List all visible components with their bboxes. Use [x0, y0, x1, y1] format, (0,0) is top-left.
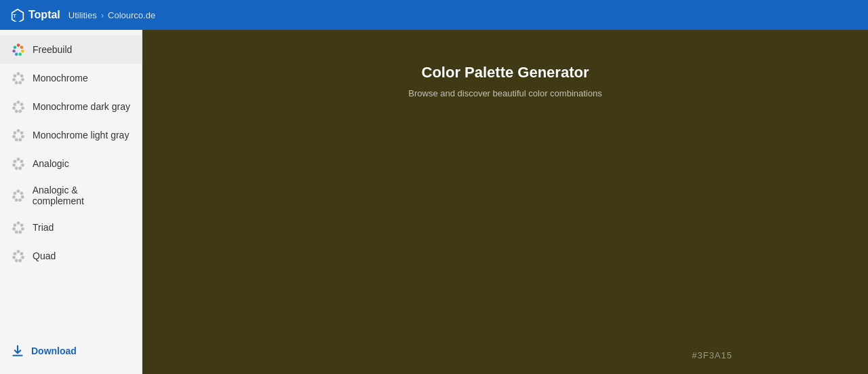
svg-point-13 — [15, 81, 18, 85]
svg-point-31 — [20, 160, 24, 164]
monochrome-dark-icon — [11, 99, 26, 114]
svg-point-24 — [20, 132, 24, 135]
svg-point-12 — [18, 81, 22, 85]
svg-point-9 — [17, 72, 20, 75]
svg-point-30 — [17, 157, 20, 161]
toptal-logo-icon: T — [11, 8, 24, 22]
monochrome-icon — [11, 71, 26, 86]
svg-point-40 — [18, 199, 22, 202]
svg-point-19 — [18, 110, 22, 113]
svg-point-54 — [18, 259, 22, 263]
analogic-complement-icon — [11, 188, 26, 203]
svg-point-35 — [12, 164, 16, 167]
header: T Toptal Utilities › Colourco.de — [0, 0, 868, 30]
sidebar-item-analogic-complement-label: Analogic & complement — [33, 185, 131, 206]
breadcrumb-separator: › — [101, 10, 104, 20]
svg-point-6 — [15, 53, 18, 56]
svg-text:T: T — [13, 13, 16, 19]
main-layout: Freebuild Monochrome — [0, 30, 868, 374]
color-code: #3F3A15 — [692, 350, 732, 360]
svg-point-15 — [14, 75, 17, 78]
svg-point-32 — [21, 164, 24, 167]
svg-point-34 — [15, 167, 18, 170]
sidebar-item-monochrome-dark-label: Monochrome dark gray — [33, 101, 130, 112]
svg-point-37 — [17, 189, 20, 193]
svg-point-18 — [21, 107, 24, 110]
sidebar-item-monochrome-label: Monochrome — [33, 73, 88, 83]
svg-point-22 — [14, 103, 17, 107]
toptal-logo[interactable]: T Toptal — [11, 8, 60, 22]
svg-point-48 — [15, 231, 18, 234]
svg-point-25 — [21, 135, 24, 138]
sidebar-item-freebuild-label: Freebuild — [33, 44, 72, 55]
breadcrumb-colourcode: Colourco.de — [108, 10, 155, 20]
svg-point-10 — [20, 75, 24, 78]
sidebar-item-triad-label: Triad — [33, 222, 54, 233]
monochrome-light-icon — [11, 128, 26, 143]
sidebar: Freebuild Monochrome — [0, 30, 142, 374]
svg-point-56 — [12, 256, 16, 259]
svg-point-26 — [18, 138, 22, 142]
toptal-logo-text: Toptal — [28, 9, 60, 21]
sidebar-item-triad[interactable]: Triad — [0, 213, 142, 242]
download-label: Download — [31, 345, 77, 356]
svg-point-47 — [18, 231, 22, 234]
svg-point-46 — [21, 227, 24, 231]
svg-point-29 — [14, 132, 17, 135]
sidebar-item-quad[interactable]: Quad — [0, 242, 142, 270]
breadcrumb-utilities[interactable]: Utilities — [68, 10, 97, 20]
sidebar-item-freebuild[interactable]: Freebuild — [0, 35, 142, 64]
svg-point-3 — [20, 46, 24, 50]
sidebar-item-monochrome[interactable]: Monochrome — [0, 64, 142, 92]
svg-point-42 — [12, 195, 16, 199]
sidebar-item-monochrome-light[interactable]: Monochrome light gray — [0, 121, 142, 149]
quad-icon — [11, 248, 26, 263]
svg-point-2 — [17, 43, 20, 47]
svg-point-14 — [12, 78, 16, 81]
page-subtitle: Browse and discover beautiful color comb… — [408, 88, 601, 98]
svg-point-55 — [15, 259, 18, 263]
svg-point-41 — [15, 199, 18, 202]
svg-point-28 — [12, 135, 16, 138]
svg-point-11 — [21, 78, 24, 81]
svg-point-52 — [20, 253, 24, 256]
svg-point-50 — [14, 224, 17, 227]
svg-point-49 — [12, 227, 16, 231]
svg-point-21 — [12, 107, 16, 110]
svg-point-17 — [20, 103, 24, 107]
freebuild-icon — [11, 42, 26, 57]
sidebar-item-analogic-complement[interactable]: Analogic & complement — [0, 178, 142, 213]
svg-point-44 — [17, 221, 20, 225]
svg-point-43 — [14, 192, 17, 195]
sidebar-item-quad-label: Quad — [33, 250, 56, 261]
svg-point-8 — [14, 46, 17, 50]
sidebar-item-analogic-label: Analogic — [33, 158, 69, 169]
svg-point-45 — [20, 224, 24, 227]
svg-point-57 — [14, 253, 17, 256]
svg-point-53 — [21, 256, 24, 259]
sidebar-item-monochrome-light-label: Monochrome light gray — [33, 130, 129, 141]
svg-point-7 — [12, 50, 16, 53]
svg-point-23 — [17, 129, 20, 132]
svg-point-36 — [14, 160, 17, 164]
svg-point-16 — [17, 100, 20, 104]
svg-point-51 — [17, 250, 20, 253]
analogic-icon — [11, 156, 26, 171]
content-area: Color Palette Generator Browse and disco… — [142, 30, 868, 374]
svg-point-20 — [15, 110, 18, 113]
svg-point-39 — [21, 195, 24, 199]
sidebar-item-monochrome-dark[interactable]: Monochrome dark gray — [0, 92, 142, 121]
breadcrumb: Utilities › Colourco.de — [68, 10, 155, 20]
svg-point-33 — [18, 167, 22, 170]
download-icon — [11, 344, 24, 358]
sidebar-item-analogic[interactable]: Analogic — [0, 149, 142, 178]
svg-point-5 — [18, 53, 22, 56]
svg-point-38 — [20, 192, 24, 195]
page-title: Color Palette Generator — [422, 64, 589, 81]
triad-icon — [11, 220, 26, 235]
svg-point-27 — [15, 138, 18, 142]
svg-point-4 — [21, 50, 24, 53]
download-button[interactable]: Download — [0, 337, 142, 369]
